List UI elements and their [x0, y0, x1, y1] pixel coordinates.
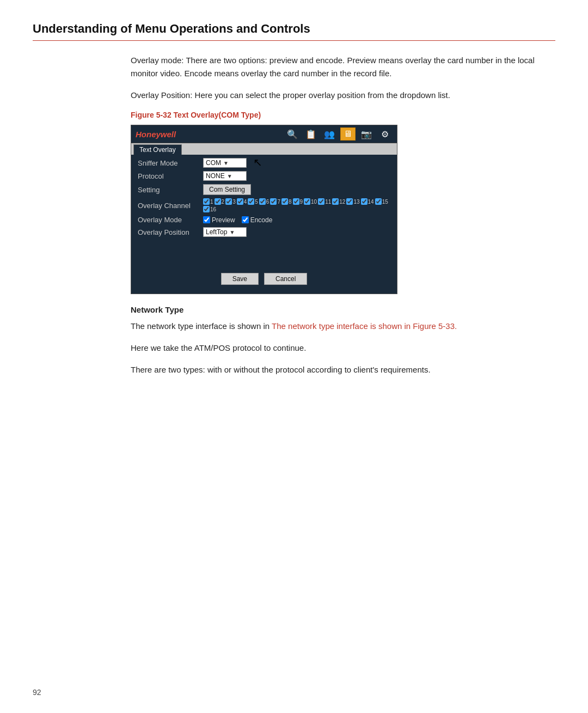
- protocol-control[interactable]: NONE ▼: [203, 171, 247, 181]
- ch8-check[interactable]: [281, 198, 288, 205]
- figure-33-link[interactable]: The network type interface is shown in F…: [272, 321, 457, 331]
- form-row-setting: Setting Com Setting: [138, 184, 390, 195]
- ch11[interactable]: 11: [318, 198, 331, 205]
- dialog-spacer: [138, 240, 390, 267]
- sniffer-mode-control[interactable]: COM ▼: [203, 158, 247, 168]
- ch5[interactable]: 5: [248, 198, 258, 205]
- dialog-box: Honeywell 🔍 📋 👥 🖥 📷 ⚙ Text Overlay S: [131, 125, 397, 294]
- section-heading-network-type: Network Type: [131, 305, 555, 314]
- cancel-button[interactable]: Cancel: [264, 273, 307, 285]
- sniffer-mode-dropdown[interactable]: COM ▼: [203, 158, 247, 168]
- figure-caption: Figure 5-32 Text Overlay(COM Type): [131, 111, 555, 119]
- ch7[interactable]: 7: [270, 198, 280, 205]
- setting-label: Setting: [138, 186, 203, 194]
- ch12[interactable]: 12: [332, 198, 345, 205]
- save-button[interactable]: Save: [221, 273, 259, 285]
- mode-checkboxes: Preview Encode: [203, 216, 272, 224]
- ch16-check[interactable]: [203, 206, 210, 212]
- ch8[interactable]: 8: [281, 198, 292, 205]
- ch1-check[interactable]: [203, 198, 210, 205]
- sniffer-mode-label: Sniffer Mode: [138, 159, 203, 167]
- paragraph-overlay-position: Overlay Position: Here you can select th…: [131, 89, 555, 102]
- tab-text-overlay[interactable]: Text Overlay: [133, 144, 182, 155]
- form-row-sniffer-mode: Sniffer Mode COM ▼: [138, 158, 390, 168]
- toolbar-icon-display[interactable]: 🖥: [340, 127, 356, 141]
- encode-label: Encode: [250, 216, 273, 224]
- setting-control[interactable]: Com Setting: [203, 184, 251, 195]
- dialog-footer: Save Cancel: [138, 267, 390, 287]
- toolbar-icon-search[interactable]: 🔍: [285, 127, 300, 141]
- overlay-mode-label: Overlay Mode: [138, 216, 203, 224]
- form-row-overlay-mode: Overlay Mode Preview Encode: [138, 216, 390, 224]
- sniffer-mode-value: COM: [206, 159, 221, 167]
- dialog-body: Sniffer Mode COM ▼ Protocol NONE ▼: [131, 155, 397, 294]
- ch1[interactable]: 1: [203, 198, 213, 205]
- toolbar-icon-users[interactable]: 👥: [322, 127, 337, 141]
- preview-mode[interactable]: Preview: [203, 216, 235, 224]
- ch15[interactable]: 15: [375, 198, 388, 205]
- ch15-check[interactable]: [375, 198, 382, 205]
- ch14-check[interactable]: [361, 198, 367, 205]
- form-row-overlay-channel: Overlay Channel 1 2 3 4 5 6 7 8 9 10 11 …: [138, 198, 390, 212]
- overlay-channel-label: Overlay Channel: [138, 202, 203, 210]
- ch2[interactable]: 2: [215, 198, 225, 205]
- dropdown-arrow-sniffer: ▼: [223, 160, 229, 166]
- paragraph-atm-pos: Here we take the ATM/POS protocol to con…: [131, 342, 555, 355]
- brand-logo: Honeywell: [136, 130, 176, 139]
- overlay-position-value: LeftTop: [206, 228, 227, 236]
- ch11-check[interactable]: [318, 198, 324, 205]
- paragraph-two-types: There are two types: with or without the…: [131, 363, 555, 376]
- toolbar-icon-settings[interactable]: ⚙: [377, 127, 393, 141]
- ch10-check[interactable]: [304, 198, 310, 205]
- encode-check[interactable]: [242, 216, 249, 223]
- ch2-check[interactable]: [215, 198, 221, 205]
- encode-mode[interactable]: Encode: [242, 216, 273, 224]
- overlay-position-control[interactable]: LeftTop ▼: [203, 227, 247, 237]
- overlay-position-dropdown[interactable]: LeftTop ▼: [203, 227, 247, 237]
- dialog-titlebar: Honeywell 🔍 📋 👥 🖥 📷 ⚙: [131, 125, 397, 143]
- form-row-overlay-position: Overlay Position LeftTop ▼: [138, 227, 390, 237]
- ch14[interactable]: 14: [361, 198, 374, 205]
- ch7-check[interactable]: [270, 198, 277, 205]
- ch4-check[interactable]: [237, 198, 243, 205]
- channel-checkboxes: 1 2 3 4 5 6 7 8 9 10 11 12 13 14: [203, 198, 390, 212]
- ch3[interactable]: 3: [225, 198, 236, 205]
- ch6-check[interactable]: [259, 198, 266, 205]
- toolbar-icon-cam[interactable]: 📷: [359, 127, 374, 141]
- protocol-value: NONE: [206, 172, 225, 180]
- dropdown-arrow-protocol: ▼: [227, 173, 232, 179]
- ch5-check[interactable]: [248, 198, 254, 205]
- ch13[interactable]: 13: [346, 198, 359, 205]
- ch12-check[interactable]: [332, 198, 339, 205]
- page-title: Understanding of Menu Operations and Con…: [33, 22, 555, 41]
- ch3-check[interactable]: [225, 198, 232, 205]
- ch9-check[interactable]: [293, 198, 299, 205]
- ch9[interactable]: 9: [293, 198, 303, 205]
- preview-label: Preview: [212, 216, 235, 224]
- tab-row: Text Overlay: [131, 143, 397, 155]
- ch6[interactable]: 6: [259, 198, 270, 205]
- com-setting-button[interactable]: Com Setting: [203, 184, 251, 195]
- ch10[interactable]: 10: [304, 198, 317, 205]
- page-number: 92: [33, 688, 41, 697]
- toolbar-icons: 🔍 📋 👥 🖥 📷 ⚙: [285, 127, 393, 141]
- overlay-position-label: Overlay Position: [138, 228, 203, 236]
- ch4[interactable]: 4: [237, 198, 247, 205]
- form-row-protocol: Protocol NONE ▼: [138, 171, 390, 181]
- ch16[interactable]: 16: [203, 206, 216, 212]
- paragraph-network-type-intro: The network type interface is shown in T…: [131, 320, 555, 333]
- protocol-label: Protocol: [138, 172, 203, 180]
- protocol-dropdown[interactable]: NONE ▼: [203, 171, 247, 181]
- toolbar-icon-copy[interactable]: 📋: [303, 127, 318, 141]
- paragraph-overlay-mode: Overlay mode: There are two options: pre…: [131, 54, 555, 80]
- ch13-check[interactable]: [346, 198, 353, 205]
- dropdown-arrow-position: ▼: [229, 229, 235, 235]
- preview-check[interactable]: [203, 216, 210, 223]
